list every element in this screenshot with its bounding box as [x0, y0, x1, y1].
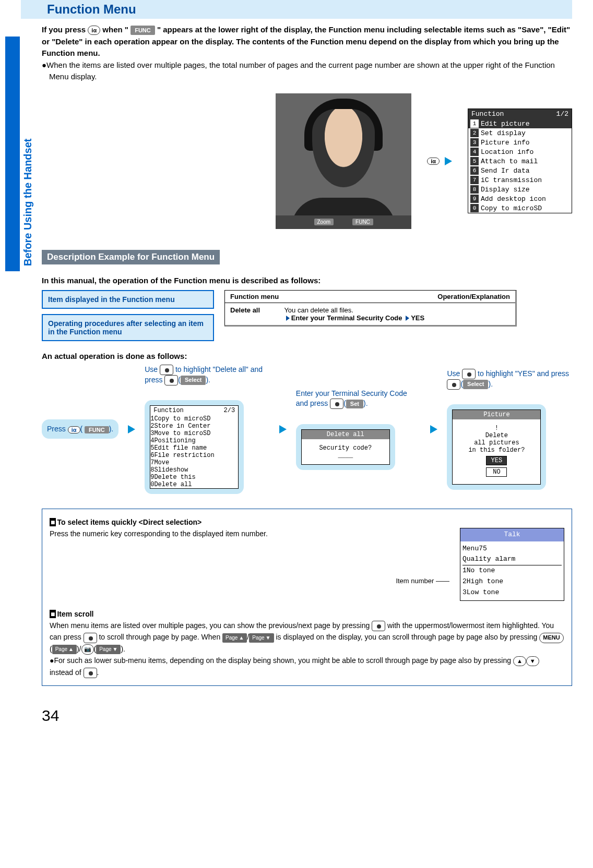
intro-paragraph: If you press iα when " FUNC " appears at… [42, 24, 572, 83]
menu-item: 1Copy to microSD [150, 415, 238, 423]
func-chip: FUNC [131, 26, 155, 35]
i-alpha-key-3: iα [68, 426, 80, 433]
nav-pad-icon [84, 668, 97, 678]
notes-box: ■To select items quickly <Direct selecti… [42, 509, 572, 686]
menu-key: MENU [539, 633, 563, 643]
talk-item: 3Low tone [462, 587, 562, 598]
section-header: Function Menu [21, 0, 572, 19]
func-chip-2: FUNC [85, 426, 109, 433]
legend-operating-procedures: Operating procedures after selecting an … [42, 314, 214, 341]
menu-item: 0Delete all [150, 481, 238, 488]
example-photo: Zoom FUNC [276, 93, 411, 229]
menu-item: 2Store in Center [150, 423, 238, 430]
down-key: ▼ [526, 656, 539, 667]
step3-caption: Use to highlight "YES" and press (Select… [447, 369, 572, 401]
step2-caption: Enter your Terminal Security Code and pr… [296, 389, 421, 421]
menu-item: 5Attach to mail [468, 156, 572, 166]
function-menu-screen-2: Function2/3 1Copy to microSD2Store in Ce… [150, 405, 239, 489]
nav-pad-icon [462, 369, 476, 379]
step1-caption: Use to highlight "Delete all" and press … [145, 365, 270, 397]
sidebar-chapter-label: Before Using the Handset [5, 37, 20, 271]
nav-pad-icon [330, 399, 343, 409]
arrow-right-icon [279, 425, 287, 433]
select-chip: Select [181, 376, 206, 384]
select-chip-2: Select [463, 380, 488, 389]
talk-item: 1No tone [462, 565, 562, 576]
function-menu-table: Function menuOperation/Explanation Delet… [224, 290, 517, 327]
talk-item: 2High tone [462, 576, 562, 587]
actual-intro: An actual operation is done as follows: [42, 352, 572, 360]
subheader-description: Description Example for Function Menu [42, 250, 220, 264]
camera-key: 📷 [81, 644, 94, 655]
menu-item: 9Delete this [150, 474, 238, 481]
menu-item: 6Send Ir data [468, 166, 572, 175]
nav-pad-icon [84, 633, 97, 643]
nav-pad-icon [372, 621, 385, 631]
nav-pad-icon [164, 375, 178, 385]
nav-pad-icon [447, 379, 460, 390]
menu-item: 7Move [150, 459, 238, 466]
menu-item: 9Add desktop icon [468, 194, 572, 203]
menu-item: 4Positioning [150, 437, 238, 444]
page-up-chip: Page [222, 633, 247, 643]
menu-item: 8Slideshow [150, 466, 238, 474]
nav-pad-icon [160, 365, 173, 375]
menu-item: 3Move to microSD [150, 430, 238, 437]
step0-press-func: Press iα( FUNC). [42, 419, 118, 438]
zoom-softkey: Zoom [314, 219, 334, 225]
arrow-right-icon [430, 425, 437, 433]
menu-item: 2Set display [468, 128, 572, 138]
menu-item: 4Location info [468, 147, 572, 156]
delete-all-screen: Delete all Security code? ____ [301, 429, 390, 465]
menu-item: 3Picture info [468, 138, 572, 147]
desc-intro: In this manual, the operation of the Fun… [42, 276, 572, 285]
func-softkey: FUNC [352, 219, 373, 225]
function-menu-screen-1: Function1/2 1Edit picture2Set display3Pi… [468, 108, 572, 213]
page-title: Function Menu [47, 2, 572, 17]
arrow-right-icon [445, 157, 452, 165]
menu-item: 0Copy to microSD [468, 203, 572, 213]
i-alpha-key-2: iα [427, 158, 440, 165]
menu-item: 7iC transmission [468, 175, 572, 185]
page-number: 34 [42, 707, 572, 725]
menu-item: 1Edit picture [468, 119, 572, 128]
page-down-chip: Page [249, 633, 274, 643]
i-alpha-key: iα [88, 26, 100, 35]
confirm-screen: Picture ! Delete all pictures in this fo… [452, 409, 541, 485]
menu-item: 6File restriction [150, 452, 238, 459]
legend-item-displayed: Item displayed in the Function menu [42, 290, 214, 309]
menu-item: 8Display size [468, 185, 572, 194]
talk-screen: Talk Menu75 Quality alarm 1No tone2High … [460, 528, 564, 601]
set-chip: Set [346, 400, 363, 408]
menu-item: 5Edit file name [150, 444, 238, 452]
up-key: ▲ [513, 656, 526, 667]
arrow-right-icon [128, 425, 135, 433]
